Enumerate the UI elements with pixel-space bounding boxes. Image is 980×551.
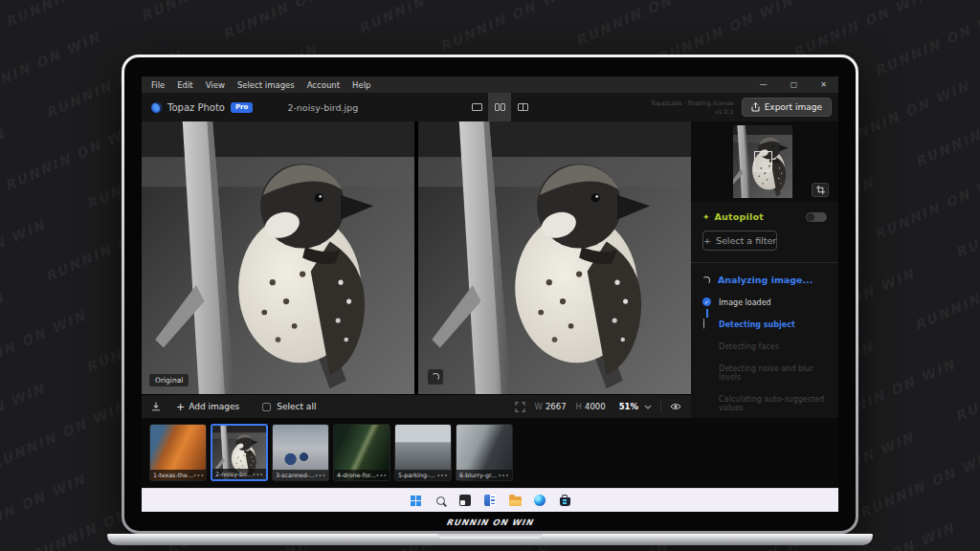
thumbnail-menu-button[interactable]: ••• [193, 473, 205, 478]
select-filter-button[interactable]: + Select a filter [702, 231, 777, 251]
menu-item-view[interactable]: View [206, 80, 225, 90]
status-step-calculating-values: Calculating auto-suggested values [702, 395, 827, 412]
menu-item-select-images[interactable]: Select images [237, 80, 295, 90]
thumbnail-6-blurry[interactable]: 6-blurry-gr...••• [456, 424, 513, 481]
status-step-detecting-noise: Detecting noise and blur levels [702, 364, 827, 382]
menu-item-help[interactable]: Help [352, 80, 370, 90]
status-step-detecting-subject: Detecting subject [702, 320, 827, 329]
navigator-viewport-box[interactable] [754, 151, 772, 171]
preview-toggle-button[interactable] [670, 403, 681, 410]
save-queue-button[interactable] [151, 402, 161, 411]
widgets-icon [484, 495, 496, 506]
license-info: TopazLabs - floating license v1.0.1 [651, 99, 734, 117]
eye-icon [670, 403, 681, 410]
step-connector [706, 309, 708, 318]
chevron-down-icon [644, 405, 652, 409]
export-icon [751, 102, 760, 112]
minimize-button[interactable]: — [760, 81, 768, 89]
processing-spinner-icon [432, 373, 439, 381]
pro-badge: Pro [231, 102, 253, 113]
maximize-button[interactable]: ▢ [791, 81, 798, 89]
search-icon [436, 496, 445, 505]
export-label: Export image [765, 102, 822, 112]
height-label: H [576, 402, 582, 411]
thumbnail-5-parking[interactable]: 5-parking-...••• [394, 424, 452, 481]
view-mode-switcher [465, 93, 534, 121]
image-viewer: Original [142, 121, 691, 394]
toggle-knob [807, 213, 814, 221]
select-filter-label: Select a filter [716, 235, 776, 246]
width-value: 2667 [546, 402, 567, 411]
right-sidebar: ✦ Autopilot + Select a filter Analyzing … [691, 121, 838, 433]
width-label: W [535, 402, 543, 411]
zoom-dropdown-button[interactable] [644, 405, 652, 409]
app-window: File Edit View Select images Account Hel… [142, 77, 838, 512]
add-images-button[interactable]: + Add images [176, 402, 239, 412]
thumbnail-menu-button[interactable]: ••• [315, 473, 326, 478]
side-by-side-view-button[interactable] [488, 93, 511, 121]
menu-item-account[interactable]: Account [307, 80, 340, 90]
select-all-label: Select all [277, 402, 316, 411]
download-icon [151, 402, 161, 411]
analysis-status-panel: Analyzing image... ✓ Image loaded Detect… [691, 263, 838, 412]
start-button[interactable] [410, 495, 422, 507]
plus-icon: + [176, 402, 185, 412]
status-step-image-loaded: ✓ Image loaded [702, 298, 827, 307]
zoom-level-dropdown[interactable]: 51% [619, 402, 638, 411]
thumbnail-2-noisy-bird[interactable]: 2-noisy-bir...••• [211, 424, 268, 481]
select-all-checkbox[interactable] [262, 403, 271, 411]
search-button[interactable] [434, 495, 447, 507]
file-explorer-button[interactable] [509, 495, 522, 507]
step-spinner-icon [702, 319, 704, 329]
microsoft-store-button[interactable] [559, 495, 571, 507]
thumbnail-3-scanned[interactable]: 3-scanned-...••• [272, 424, 329, 481]
file-explorer-icon [509, 496, 522, 506]
app-name: Topaz Photo [167, 102, 225, 113]
crop-tool-button[interactable] [812, 183, 829, 197]
single-view-icon [472, 103, 482, 111]
menu-item-edit[interactable]: Edit [177, 80, 192, 90]
split-view-icon [518, 103, 528, 111]
crop-icon [816, 186, 825, 194]
status-step-detecting-faces: Detecting faces [702, 342, 827, 351]
resize-button[interactable] [515, 402, 525, 412]
page-background: RUNNIN ON WIN RUNNIN ON WIN RUNNIN ON WI… [0, 0, 980, 551]
laptop-mockup: File Edit View Select images Account Hel… [122, 55, 858, 534]
thumbnail-1-texas[interactable]: 1-texas-the...••• [149, 424, 207, 481]
split-view-button[interactable] [511, 93, 534, 121]
topaz-logo-icon [151, 102, 162, 113]
close-button[interactable]: ✕ [820, 81, 827, 89]
windows-taskbar [142, 488, 838, 512]
filmstrip: 1-texas-the...••• 2-noisy-bir...••• 3-sc… [142, 418, 838, 488]
autopilot-toggle[interactable] [806, 212, 827, 222]
task-view-button[interactable] [459, 495, 472, 507]
preview-bird-photo [418, 121, 691, 394]
thumbnail-menu-button[interactable]: ••• [253, 472, 264, 477]
window-controls: — ▢ ✕ [760, 81, 831, 89]
navigator-panel [691, 121, 838, 202]
navigator-thumbnail[interactable] [733, 125, 792, 198]
thumbnail-menu-button[interactable]: ••• [498, 473, 509, 478]
menu-bar: File Edit View Select images Account Hel… [142, 77, 838, 93]
thumbnail-4-drone[interactable]: 4-drone-for...••• [333, 424, 390, 481]
single-view-button[interactable] [465, 93, 488, 121]
check-icon: ✓ [702, 298, 711, 306]
thumbnail-menu-button[interactable]: ••• [376, 473, 388, 478]
thumbnail-menu-button[interactable]: ••• [436, 473, 448, 478]
license-text: TopazLabs - floating license [651, 99, 734, 107]
resize-icon [515, 402, 525, 412]
menu-item-file[interactable]: File [151, 80, 165, 90]
export-image-button[interactable]: Export image [742, 98, 832, 117]
preview-image-panel[interactable] [418, 121, 691, 394]
title-bar: Topaz Photo Pro 2-noisy-bird.jpg TopazLa… [142, 93, 838, 121]
edge-browser-button[interactable] [534, 495, 546, 507]
toolbar-separator [660, 401, 661, 412]
windows-logo-icon [411, 496, 421, 506]
original-image-panel[interactable]: Original [142, 121, 414, 394]
analyzing-spinner-icon [702, 276, 710, 284]
bezel-brand-logo: RUNNIN ON WIN [123, 518, 857, 527]
plus-icon: + [703, 235, 711, 246]
bottom-toolbar: + Add images Select all W 2667 H 4000 [142, 394, 691, 418]
task-view-icon [459, 495, 471, 506]
widgets-button[interactable] [484, 495, 497, 507]
